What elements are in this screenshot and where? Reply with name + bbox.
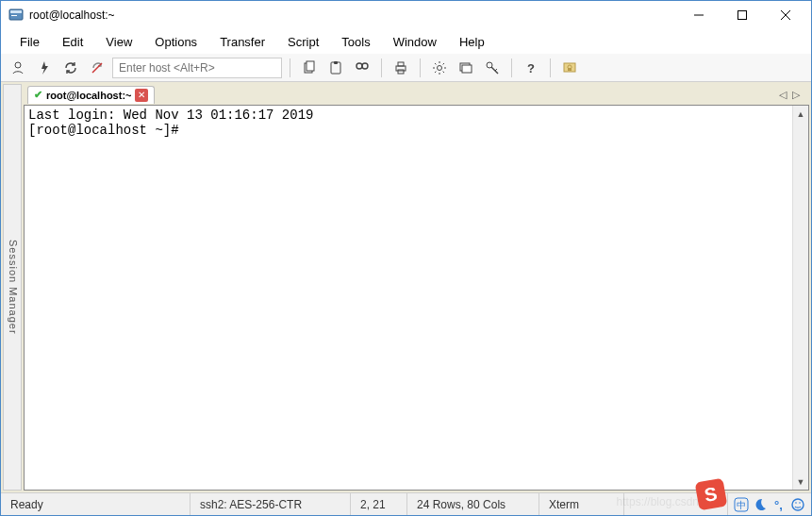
tab-next-icon[interactable]: ▷ <box>792 89 800 101</box>
svg-point-14 <box>362 63 368 69</box>
svg-point-31 <box>792 499 804 510</box>
system-tray: 中 °, <box>728 497 811 512</box>
vertical-scrollbar[interactable]: ▲ ▼ <box>792 106 808 490</box>
connected-check-icon: ✔ <box>34 89 42 101</box>
svg-rect-17 <box>398 62 404 66</box>
scroll-up-icon[interactable]: ▲ <box>793 106 808 122</box>
menu-view[interactable]: View <box>96 32 141 52</box>
quick-connect-icon[interactable] <box>33 57 56 79</box>
svg-rect-12 <box>334 61 338 64</box>
menu-script[interactable]: Script <box>278 32 328 52</box>
terminal[interactable]: Last login: Wed Nov 13 01:16:17 2019 [ro… <box>25 106 792 490</box>
scroll-down-icon[interactable]: ▼ <box>793 474 808 490</box>
svg-point-19 <box>438 65 442 70</box>
status-protocol: ssh2: AES-256-CTR <box>191 493 351 515</box>
status-term: Xterm <box>539 493 624 515</box>
svg-point-7 <box>15 62 21 68</box>
main-pane: ✔ root@localhost:~ ✕ ◁ ▷ Last login: Wed… <box>24 84 809 491</box>
statusbar: Ready ssh2: AES-256-CTR 2, 21 24 Rows, 8… <box>1 492 811 515</box>
settings-icon[interactable] <box>428 57 451 79</box>
svg-point-13 <box>356 63 362 69</box>
svg-rect-10 <box>307 61 314 71</box>
svg-point-33 <box>799 502 801 504</box>
reconnect-icon[interactable] <box>59 57 82 79</box>
status-state: Ready <box>1 493 191 515</box>
profile-icon[interactable] <box>7 57 29 79</box>
menu-transfer[interactable]: Transfer <box>210 32 274 52</box>
svg-text:中: 中 <box>737 500 746 510</box>
svg-rect-4 <box>738 11 747 20</box>
status-size: 24 Rows, 80 Cols <box>407 493 539 515</box>
svg-text:?: ? <box>527 61 535 75</box>
ime-icon[interactable]: 中 <box>734 497 749 512</box>
sessions-icon[interactable] <box>455 57 477 79</box>
svg-rect-21 <box>462 65 472 73</box>
tabbar: ✔ root@localhost:~ ✕ ◁ ▷ <box>24 84 809 105</box>
svg-rect-1 <box>10 10 22 13</box>
app-icon <box>8 8 24 23</box>
menubar: File Edit View Options Transfer Script T… <box>1 29 811 54</box>
close-button[interactable] <box>764 1 807 29</box>
titlebar: root@localhost:~ <box>1 1 811 29</box>
svg-point-32 <box>795 502 797 504</box>
tab-nav: ◁ ▷ <box>779 89 805 101</box>
disconnect-icon[interactable] <box>86 57 108 79</box>
minimize-button[interactable] <box>677 1 721 29</box>
menu-window[interactable]: Window <box>384 32 446 52</box>
toolbar: ? <box>1 54 811 82</box>
tab-title: root@localhost:~ <box>46 90 131 101</box>
key-icon[interactable] <box>481 57 504 79</box>
menu-options[interactable]: Options <box>145 32 207 52</box>
scroll-track[interactable] <box>793 122 808 474</box>
tab-prev-icon[interactable]: ◁ <box>779 89 787 101</box>
app-window: root@localhost:~ File Edit View Options … <box>0 0 812 516</box>
print-icon[interactable] <box>389 57 412 79</box>
maximize-button[interactable] <box>721 1 764 29</box>
window-title: root@localhost:~ <box>29 8 115 22</box>
tab-close-icon[interactable]: ✕ <box>135 89 148 102</box>
body: Session Manager ✔ root@localhost:~ ✕ ◁ ▷… <box>1 82 811 492</box>
svg-rect-2 <box>11 15 17 16</box>
smiley-icon[interactable] <box>790 497 805 512</box>
lock-screen-icon[interactable] <box>558 57 581 79</box>
find-icon[interactable] <box>351 57 373 79</box>
menu-edit[interactable]: Edit <box>53 32 92 52</box>
svg-line-23 <box>491 67 498 74</box>
punctuation-icon[interactable]: °, <box>771 497 787 512</box>
copy-icon[interactable] <box>298 57 321 79</box>
svg-line-24 <box>495 69 497 71</box>
menu-help[interactable]: Help <box>450 32 494 52</box>
terminal-wrap: Last login: Wed Nov 13 01:16:17 2019 [ro… <box>24 105 809 491</box>
window-controls <box>677 1 807 29</box>
status-cursor: 2, 21 <box>351 493 407 515</box>
paste-icon[interactable] <box>324 57 347 79</box>
menu-file[interactable]: File <box>10 32 49 52</box>
host-input[interactable] <box>112 58 282 78</box>
moon-icon[interactable] <box>753 497 768 512</box>
tab-session[interactable]: ✔ root@localhost:~ ✕ <box>27 86 155 104</box>
menu-tools[interactable]: Tools <box>332 32 379 52</box>
status-empty <box>624 493 728 515</box>
svg-text:°,: °, <box>774 498 783 512</box>
svg-rect-27 <box>568 68 572 71</box>
help-icon[interactable]: ? <box>520 57 542 79</box>
session-manager-panel[interactable]: Session Manager <box>3 84 22 491</box>
